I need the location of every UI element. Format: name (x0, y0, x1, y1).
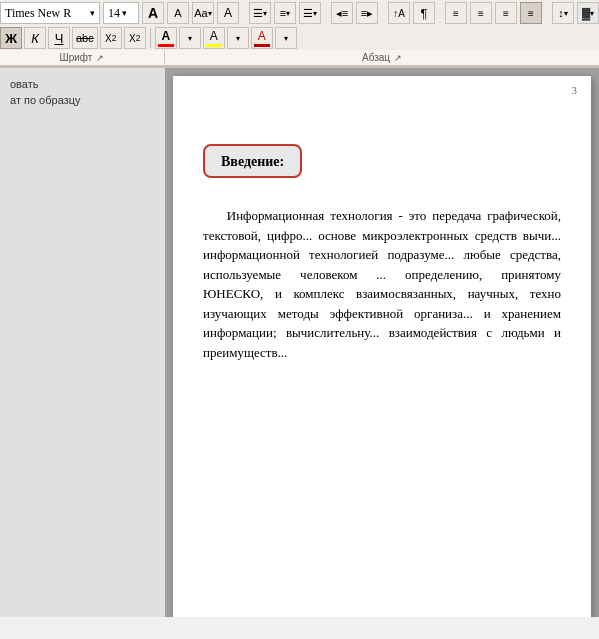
toolbar-row1: Times New R ▾ 14 ▾ A A Aa ▾ A ☰▾ ≡▾ ☰▾ ◂… (0, 0, 599, 26)
bullets-button[interactable]: ☰▾ (249, 2, 271, 24)
document-body[interactable]: Информационная технология - это передача… (203, 206, 561, 362)
text-color2-dropdown[interactable]: ▾ (275, 27, 297, 49)
font-name-dropdown-arrow[interactable]: ▾ (90, 8, 95, 18)
section-title: Введение: (221, 154, 284, 169)
paragraph-text: Информационная технология - это передача… (203, 208, 561, 360)
paragraph-section-label: Абзац (362, 52, 390, 63)
subscript-button[interactable]: X2 (100, 27, 122, 49)
font-color-dropdown[interactable]: ▾ (179, 27, 201, 49)
shading-button[interactable]: ▓▾ (577, 2, 599, 24)
document-area: 3 Введение: Информационная технология - … (165, 68, 599, 617)
highlight-indicator (206, 44, 222, 47)
font-name-select[interactable]: Times New R ▾ (0, 2, 100, 24)
text-color2-button[interactable]: A (251, 27, 273, 49)
text-color2-indicator (254, 44, 270, 47)
increase-indent-button[interactable]: ≡▸ (356, 2, 378, 24)
align-right-button[interactable]: ≡ (495, 2, 517, 24)
justify-button[interactable]: ≡ (520, 2, 542, 24)
change-case-button[interactable]: Aa ▾ (192, 2, 214, 24)
font-color-button[interactable]: A (155, 27, 177, 49)
font-color-indicator (158, 44, 174, 47)
decrease-indent-button[interactable]: ◂≡ (331, 2, 353, 24)
sidebar: овать ат по образцу (0, 68, 165, 617)
sort-button[interactable]: ↑A (388, 2, 410, 24)
toolbar-row2: Ж К Ч abc X2 X2 A ▾ A ▾ A ▾ (0, 26, 599, 50)
font-size-value: 14 (108, 6, 120, 21)
underline-button[interactable]: Ч (48, 27, 70, 49)
align-center-button[interactable]: ≡ (470, 2, 492, 24)
page-number: 3 (572, 84, 578, 96)
numbering-button[interactable]: ≡▾ (274, 2, 296, 24)
line-spacing-button[interactable]: ↕▾ (552, 2, 574, 24)
highlight-button[interactable]: A (203, 27, 225, 49)
section-header-box: Введение: (203, 144, 302, 178)
highlight-dropdown[interactable]: ▾ (227, 27, 249, 49)
font-section-label: Шрифт (60, 52, 93, 63)
font-size-dropdown-arrow[interactable]: ▾ (122, 8, 127, 18)
page: 3 Введение: Информационная технология - … (173, 76, 591, 617)
separator7 (150, 28, 151, 48)
clear-formatting-button[interactable]: A (217, 2, 239, 24)
shrink-font-button[interactable]: A (167, 2, 189, 24)
align-left-button[interactable]: ≡ (445, 2, 467, 24)
show-hide-button[interactable]: ¶ (413, 2, 435, 24)
sidebar-item-format[interactable]: овать (6, 76, 159, 92)
multilevel-list-button[interactable]: ☰▾ (299, 2, 321, 24)
font-size-select[interactable]: 14 ▾ (103, 2, 139, 24)
bold-button[interactable]: Ж (0, 27, 22, 49)
strikethrough-button[interactable]: abc (72, 27, 98, 49)
grow-font-button[interactable]: A (142, 2, 164, 24)
superscript-button[interactable]: X2 (124, 27, 146, 49)
sidebar-item-format-by-sample[interactable]: ат по образцу (6, 92, 159, 108)
font-name-value: Times New R (5, 6, 71, 21)
ribbon-labels: Шрифт ↗ Абзац ↗ (0, 50, 599, 66)
paragraph-section-expand[interactable]: ↗ (394, 53, 402, 63)
italic-button[interactable]: К (24, 27, 46, 49)
font-section-expand[interactable]: ↗ (96, 53, 104, 63)
main-area: овать ат по образцу 3 Введение: Информац… (0, 68, 599, 617)
